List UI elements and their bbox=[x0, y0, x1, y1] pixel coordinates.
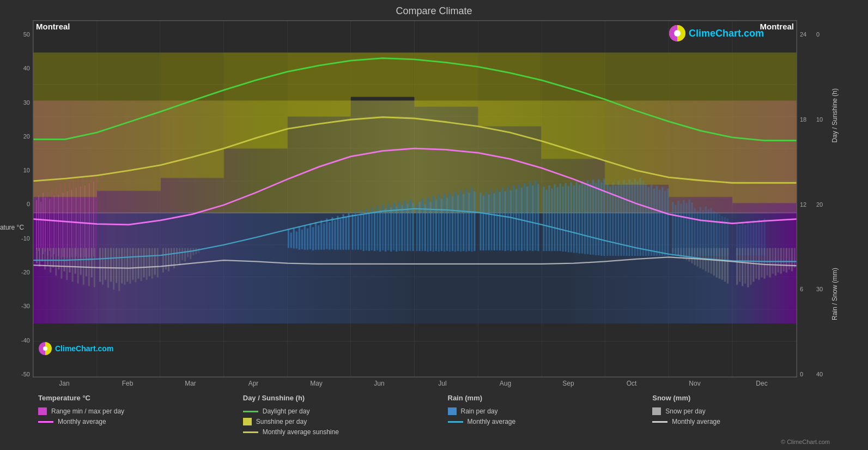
svg-rect-280 bbox=[632, 182, 633, 256]
svg-rect-271 bbox=[606, 183, 608, 256]
svg-rect-34 bbox=[47, 191, 48, 256]
svg-rect-243 bbox=[526, 187, 528, 251]
svg-rect-103 bbox=[168, 248, 169, 272]
svg-rect-218 bbox=[454, 191, 456, 251]
svg-rect-296 bbox=[677, 201, 679, 256]
legend-label: Monthly average bbox=[468, 418, 516, 425]
legend-swatch-temp-range bbox=[38, 407, 47, 415]
legend-temperature-title: Temperature °C bbox=[38, 394, 243, 402]
logo-icon-small bbox=[39, 342, 52, 355]
svg-rect-37 bbox=[53, 196, 54, 254]
y-axis-tick: 20 bbox=[816, 201, 827, 208]
x-axis-month: Apr bbox=[222, 380, 285, 387]
svg-rect-172 bbox=[326, 219, 327, 249]
svg-rect-106 bbox=[176, 248, 178, 263]
svg-rect-190 bbox=[377, 206, 378, 250]
y-axis-tick: 30 bbox=[5, 99, 30, 106]
legend-sunshine: Day / Sunshine (h) Daylight per day Suns… bbox=[243, 394, 448, 436]
svg-rect-180 bbox=[348, 213, 350, 250]
chart-title: Compare Climate bbox=[5, 5, 863, 17]
svg-rect-253 bbox=[557, 187, 559, 251]
logo-bottom-left: ClimeChart.com bbox=[39, 342, 113, 355]
svg-rect-201 bbox=[406, 204, 408, 251]
svg-rect-265 bbox=[590, 183, 591, 255]
svg-rect-164 bbox=[304, 225, 306, 250]
svg-rect-324 bbox=[761, 222, 762, 255]
svg-rect-49 bbox=[80, 187, 81, 257]
svg-rect-279 bbox=[629, 179, 630, 256]
svg-rect-214 bbox=[444, 194, 445, 251]
legend-line-daylight bbox=[243, 411, 258, 412]
x-axis-month: Feb bbox=[96, 380, 159, 387]
svg-rect-281 bbox=[634, 178, 636, 256]
svg-rect-295 bbox=[675, 205, 676, 256]
svg-rect-225 bbox=[474, 191, 475, 251]
svg-rect-334 bbox=[541, 53, 605, 159]
svg-rect-293 bbox=[667, 188, 669, 256]
city-label-left: Montreal bbox=[36, 22, 70, 31]
y-axis-tick: 40 bbox=[816, 371, 827, 377]
svg-rect-259 bbox=[573, 185, 575, 253]
x-axis-month: Jul bbox=[411, 380, 474, 387]
svg-rect-258 bbox=[570, 182, 572, 252]
svg-rect-189 bbox=[374, 211, 375, 251]
chart-main: Montreal Montreal ClimeChart.com bbox=[33, 20, 797, 388]
svg-rect-318 bbox=[744, 225, 746, 255]
svg-rect-179 bbox=[345, 217, 347, 250]
svg-rect-66 bbox=[60, 248, 62, 279]
legend-label: Monthly average bbox=[672, 418, 720, 425]
svg-rect-227 bbox=[482, 196, 484, 250]
svg-rect-174 bbox=[331, 217, 333, 249]
svg-rect-159 bbox=[290, 232, 292, 248]
y-axis-sunshine-label: Day / Sunshine (h) bbox=[831, 88, 839, 142]
svg-rect-111 bbox=[190, 248, 191, 259]
svg-rect-290 bbox=[659, 190, 660, 256]
svg-rect-32 bbox=[43, 193, 44, 254]
svg-rect-317 bbox=[742, 222, 743, 255]
svg-rect-287 bbox=[651, 185, 652, 256]
legend-label: Monthly average sunshine bbox=[263, 428, 339, 436]
y-axis-right: 24 18 12 6 0 0 10 20 30 40 Day / Sunshin… bbox=[797, 20, 863, 388]
svg-rect-252 bbox=[554, 184, 556, 251]
svg-rect-235 bbox=[505, 191, 506, 251]
svg-rect-206 bbox=[422, 199, 423, 251]
svg-rect-208 bbox=[427, 197, 429, 251]
svg-rect-199 bbox=[401, 205, 403, 251]
svg-rect-161 bbox=[296, 231, 298, 249]
svg-rect-251 bbox=[551, 188, 553, 251]
svg-rect-203 bbox=[412, 202, 414, 251]
svg-rect-219 bbox=[457, 195, 459, 251]
svg-rect-263 bbox=[584, 184, 586, 254]
svg-rect-75 bbox=[86, 248, 87, 277]
svg-rect-158 bbox=[288, 230, 289, 248]
svg-rect-195 bbox=[390, 207, 392, 251]
svg-rect-222 bbox=[465, 189, 467, 251]
svg-rect-232 bbox=[496, 189, 498, 250]
legend-line-rain-avg bbox=[448, 421, 463, 423]
svg-rect-84 bbox=[113, 248, 114, 290]
svg-rect-155 bbox=[788, 248, 790, 269]
svg-rect-288 bbox=[653, 188, 655, 256]
svg-rect-168 bbox=[315, 222, 317, 250]
svg-rect-39 bbox=[58, 195, 59, 256]
svg-rect-29 bbox=[36, 200, 37, 249]
svg-rect-71 bbox=[75, 248, 76, 274]
y-axis-tick: -30 bbox=[5, 303, 30, 309]
svg-rect-299 bbox=[685, 203, 687, 256]
svg-rect-92 bbox=[135, 248, 136, 283]
svg-rect-256 bbox=[565, 183, 567, 251]
svg-rect-233 bbox=[499, 192, 501, 250]
y-axis-tick: -10 bbox=[5, 235, 30, 242]
svg-rect-255 bbox=[562, 187, 564, 251]
svg-rect-212 bbox=[438, 195, 440, 252]
svg-rect-181 bbox=[352, 214, 354, 250]
svg-rect-87 bbox=[121, 248, 123, 284]
svg-rect-321 bbox=[752, 220, 754, 255]
svg-rect-304 bbox=[700, 207, 701, 256]
page-container: Compare Climate Temperature °C 50 40 30 … bbox=[0, 0, 868, 450]
y-axis-left: Temperature °C 50 40 30 20 10 0 -10 -20 … bbox=[5, 20, 33, 388]
svg-rect-153 bbox=[783, 248, 785, 272]
svg-rect-96 bbox=[146, 248, 148, 280]
svg-rect-266 bbox=[592, 180, 594, 255]
svg-rect-162 bbox=[299, 226, 300, 250]
